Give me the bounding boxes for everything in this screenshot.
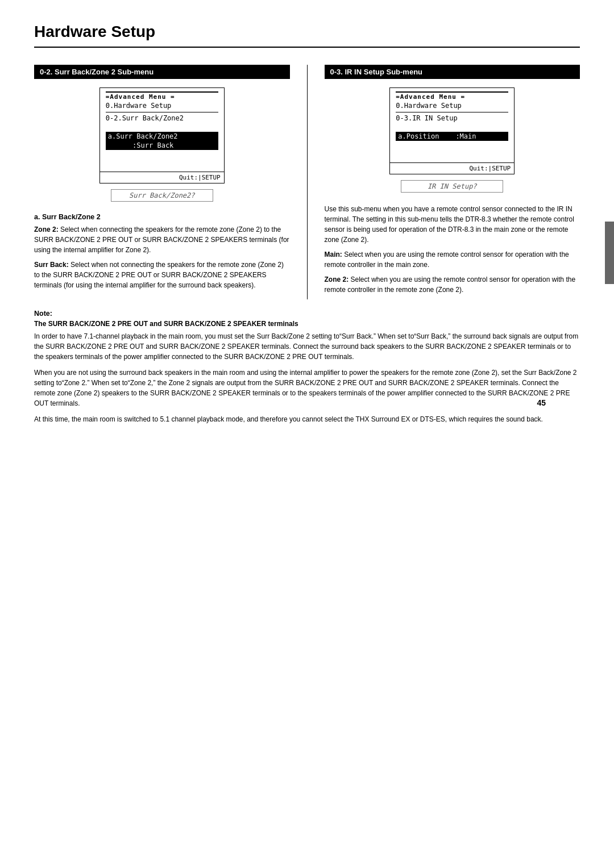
left-surrback-text: Surr Back: Select when not connecting th… xyxy=(34,260,290,290)
left-menu-line-7 xyxy=(106,159,218,168)
right-menu-line-2: 0-3.IR IN Setup xyxy=(396,112,508,123)
right-scroll-label: IR IN Setup? xyxy=(401,180,503,193)
right-zone2-text: Zone 2: Select when you are using the re… xyxy=(325,274,580,295)
right-menu-line-4: a.Position :Main xyxy=(396,132,508,141)
left-menu-topbar: =Advanced Menu = xyxy=(106,91,218,101)
right-menu-box: =Advanced Menu = 0.Hardware Setup 0-3.IR… xyxy=(389,87,515,174)
left-column: 0-2. Surr Back/Zone 2 Sub-menu =Advanced… xyxy=(34,65,308,299)
right-zone2-body: Select when you are using the remote con… xyxy=(325,276,576,294)
left-zone2-text: Zone 2: Select when connecting the speak… xyxy=(34,224,290,255)
right-menu-line-1: 0.Hardware Setup xyxy=(396,101,508,110)
left-menu-bottom: Quit:|SETUP xyxy=(100,172,224,183)
left-surrback-bold: Surr Back: xyxy=(34,261,69,269)
right-main-bold: Main: xyxy=(325,251,342,258)
right-menu-line-6 xyxy=(396,150,508,159)
right-menu-line-5 xyxy=(396,141,508,150)
left-menu-line-3 xyxy=(106,123,218,132)
left-surrback-body: Select when not connecting the speakers … xyxy=(34,261,284,289)
left-scroll-label: Surr Back/Zone2? xyxy=(111,189,213,202)
side-tab-marker xyxy=(605,222,614,284)
left-menu-line-4: a.Surr Back/Zone2 xyxy=(106,132,218,141)
right-submenu-heading: 0-3. IR IN Setup Sub-menu xyxy=(325,65,580,79)
page-title: Hardware Setup xyxy=(34,23,580,48)
right-column: 0-3. IR IN Setup Sub-menu =Advanced Menu… xyxy=(308,65,580,299)
left-menu-line-6 xyxy=(106,150,218,159)
right-intro-text: Use this sub-menu when you have a remote… xyxy=(325,204,580,245)
note-para-1: In order to have 7.1-channel playback in… xyxy=(34,331,580,362)
right-menu-bottom: Quit:|SETUP xyxy=(390,162,514,174)
note-subheading: The SURR BACK/ZONE 2 PRE OUT and SURR BA… xyxy=(34,320,580,328)
note-para-2: When you are not using the surround back… xyxy=(34,368,580,408)
note-section: Note: The SURR BACK/ZONE 2 PRE OUT and S… xyxy=(34,310,580,424)
right-menu-topbar: =Advanced Menu = xyxy=(396,91,508,101)
left-menu-line-2: 0-2.Surr Back/Zone2 xyxy=(106,112,218,123)
left-zone2-body: Select when connecting the speakers for … xyxy=(34,226,289,254)
left-submenu-heading: 0-2. Surr Back/Zone 2 Sub-menu xyxy=(34,65,290,79)
note-para-3: At this time, the main room is switched … xyxy=(34,414,580,424)
page-number: 45 xyxy=(537,398,546,407)
left-menu-line-5: :Surr Back xyxy=(106,141,218,150)
left-menu-box: =Advanced Menu = 0.Hardware Setup 0-2.Su… xyxy=(99,87,225,183)
right-main-text: Main: Select when you are using the remo… xyxy=(325,249,580,270)
note-label: Note: xyxy=(34,310,580,318)
left-menu-line-1: 0.Hardware Setup xyxy=(106,101,218,110)
left-section-label: a. Surr Back/Zone 2 xyxy=(34,213,290,221)
left-zone2-bold: Zone 2: xyxy=(34,226,59,233)
right-menu-line-3 xyxy=(396,123,508,132)
right-main-body: Select when you are using the remote con… xyxy=(325,251,569,269)
right-zone2-bold: Zone 2: xyxy=(325,276,349,283)
